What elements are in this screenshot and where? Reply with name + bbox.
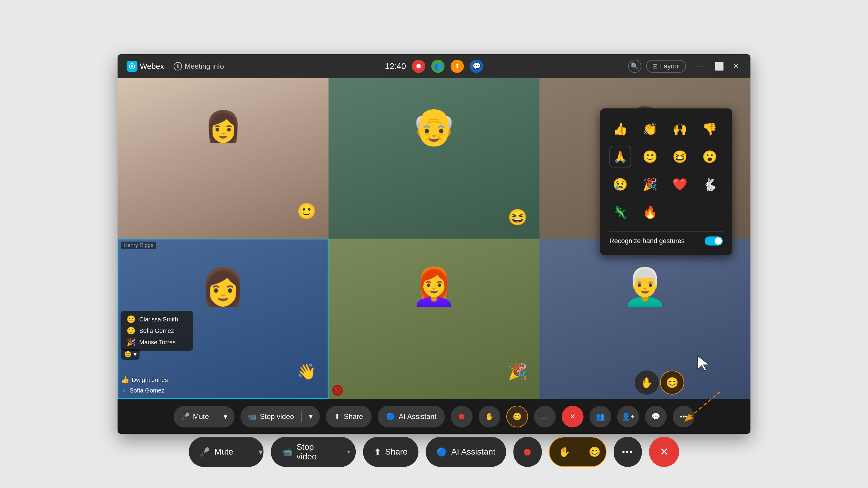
layout-label: Layout <box>660 62 680 70</box>
ai-icon: 🔵 <box>386 412 395 421</box>
video-cell-2: 👴 😆 <box>329 78 539 238</box>
add-participant-button[interactable]: 👤+ <box>617 406 639 427</box>
emoji-raised-hands[interactable]: 🙌 <box>669 118 691 140</box>
participants-panel-button[interactable]: 👥 <box>590 406 611 427</box>
search-button[interactable]: 🔍 <box>628 60 641 73</box>
record-icon: ⏺ <box>458 412 466 421</box>
emoji-sad[interactable]: 😢 <box>610 173 631 195</box>
emoji-grid: 👍 👏 🙌 👎 🙏 🙂 😆 😮 😢 🎉 ❤️ 🐇 🦎 🔥 <box>610 118 723 223</box>
top-name-henry: Henry Riggs <box>121 241 156 249</box>
emoji-smile[interactable]: 🙂 <box>639 146 661 167</box>
more-button[interactable]: ... <box>534 406 556 427</box>
float-mute-chevron[interactable]: ▾ <box>253 447 264 457</box>
share-icon: ⬆ <box>334 412 340 421</box>
more-icon: ... <box>542 412 548 421</box>
emoji-sofia: 🙂 <box>127 327 135 335</box>
float-emoji-reaction-button[interactable]: 😊 <box>580 437 607 466</box>
float-mic-icon: 🎤 <box>199 447 210 457</box>
emoji-party[interactable]: 🎉 <box>639 173 661 195</box>
title-bar: Webex ℹ Meeting info 12:40 ⏺ 👥 ⬆ 💬 🔍 ⊞ L… <box>118 54 750 78</box>
float-ai-button[interactable]: 🔵 AI Assistant <box>426 437 506 467</box>
float-end-button[interactable]: ✕ <box>649 437 679 467</box>
maximize-button[interactable]: ⬜ <box>714 61 724 72</box>
reaction-emoji-5: 🎉 <box>508 362 527 381</box>
float-hand-button[interactable]: ✋ <box>550 437 580 466</box>
webex-title: Webex <box>140 62 164 71</box>
name-clarissa: Clarissa Smith <box>139 316 178 323</box>
mini-emoji-area: ✋ 😊 <box>635 370 684 395</box>
chat-icon: 💬 <box>651 412 660 421</box>
title-bar-right: 🔍 ⊞ Layout — ⬜ ✕ <box>628 60 741 73</box>
video-chevron[interactable]: ▾ <box>302 406 320 427</box>
participant-marise: 🎉 Marise Torres <box>127 338 187 347</box>
emoji-laughing[interactable]: 😆 <box>669 146 691 167</box>
reaction-emoji-4: 👋 <box>297 362 316 381</box>
float-mute-label: Mute <box>214 447 233 457</box>
muted-icon-5: 🚫 <box>332 385 343 396</box>
chat-icon-btn[interactable]: 💬 <box>470 60 483 73</box>
float-stop-video-button[interactable]: 📹 Stop video <box>271 437 341 467</box>
float-share-label: Share <box>385 447 408 457</box>
ai-label: AI Assistant <box>399 412 436 421</box>
float-end-icon: ✕ <box>660 446 669 458</box>
float-record-button[interactable]: ⏺ <box>514 437 541 467</box>
close-button[interactable]: ✕ <box>731 61 741 72</box>
title-bar-left: Webex ℹ Meeting info <box>127 60 227 72</box>
apps-more-button[interactable]: ••• <box>673 406 694 427</box>
share-button[interactable]: ⬆ Share <box>326 406 372 427</box>
float-emoji-btn-group: ✋ 😊 <box>549 437 607 467</box>
emoji-rabbit[interactable]: 🐇 <box>699 173 721 195</box>
float-video-chevron[interactable]: ▾ <box>341 437 356 467</box>
float-mute-btn-group: 🎤 Mute ▾ <box>189 437 264 467</box>
in-window-toolbar: 🎤 Mute ▾ 📹 Stop video ▾ ⬆ Share 🔵 AI Ass… <box>118 399 750 434</box>
emoji-clapping[interactable]: 👏 <box>639 118 661 140</box>
emoji-thumbs-down[interactable]: 👎 <box>699 118 721 140</box>
emoji-reaction-small[interactable]: 😊 ▾ <box>121 349 140 360</box>
emoji-heart[interactable]: ❤️ <box>669 173 691 195</box>
float-mute-button[interactable]: 🎤 Mute <box>189 447 244 457</box>
reaction-emoji-1: 🙂 <box>297 202 316 221</box>
emoji-reaction-button[interactable]: 😊 <box>506 406 528 427</box>
mute-button[interactable]: 🎤 Mute <box>174 406 216 427</box>
emoji-fire[interactable]: 🔥 <box>639 201 661 223</box>
bottom-name-dwight: 👍 Dwight Jones <box>121 376 168 384</box>
emoji-clarissa: 🙂 <box>127 315 135 324</box>
emoji-thumbs-up[interactable]: 👍 <box>610 118 631 140</box>
recording-indicator: ⏺ <box>412 60 425 73</box>
stop-video-button[interactable]: 📹 Stop video <box>241 406 301 427</box>
float-ai-icon: 🔵 <box>436 447 447 457</box>
record-button[interactable]: ⏺ <box>451 406 472 427</box>
participants-icon-btn[interactable]: 👥 <box>431 60 444 73</box>
emoji-lizard[interactable]: 🦎 <box>610 201 631 223</box>
emoji-surprised[interactable]: 😮 <box>699 146 721 167</box>
end-call-button[interactable]: ✕ <box>562 406 584 427</box>
add-person-icon: 👤+ <box>621 412 635 421</box>
layout-icon: ⊞ <box>652 62 658 70</box>
chat-button[interactable]: 💬 <box>645 406 667 427</box>
title-bar-center: 12:40 ⏺ 👥 ⬆ 💬 <box>385 60 483 73</box>
emoji-reaction-panel: 👍 👏 🙌 👎 🙏 🙂 😆 😮 😢 🎉 ❤️ 🐇 🦎 🔥 Recognize h… <box>600 108 733 255</box>
meeting-info-button[interactable]: ℹ Meeting info <box>170 60 227 72</box>
float-more-button[interactable]: ••• <box>614 437 642 467</box>
mini-emoji-button[interactable]: 😊 <box>660 370 684 395</box>
svg-point-1 <box>131 65 133 67</box>
mute-chevron[interactable]: ▾ <box>216 406 235 427</box>
float-more-icon: ••• <box>622 447 633 457</box>
meeting-time: 12:40 <box>385 61 406 71</box>
speaker-name-sofia: 🎙 Sofia Gomez <box>121 387 164 394</box>
emoji-praying[interactable]: 🙏 <box>610 146 631 167</box>
float-share-button[interactable]: ⬆ Share <box>363 437 418 467</box>
hand-raise-button[interactable]: ✋ <box>478 406 500 427</box>
share-screen-icon-btn[interactable]: ⬆ <box>451 60 464 73</box>
minimize-button[interactable]: — <box>697 61 708 72</box>
video-icon: 📹 <box>248 412 257 421</box>
info-icon: ℹ <box>174 62 182 70</box>
name-marise: Marise Torres <box>139 339 176 346</box>
layout-button[interactable]: ⊞ Layout <box>646 60 686 73</box>
float-video-icon: 📹 <box>282 447 292 457</box>
ai-assistant-button[interactable]: 🔵 AI Assistant <box>378 406 445 427</box>
float-video-btn-group: 📹 Stop video ▾ <box>271 437 356 467</box>
video-btn-group: 📹 Stop video ▾ <box>241 406 319 427</box>
mini-hand-button[interactable]: ✋ <box>635 370 659 395</box>
recognize-gestures-toggle[interactable] <box>705 236 723 246</box>
